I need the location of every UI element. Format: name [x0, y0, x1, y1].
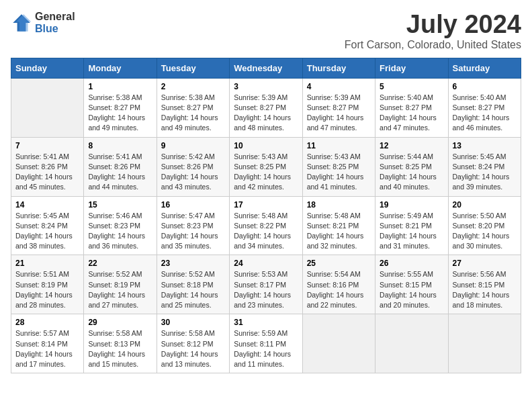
day-number: 16 [161, 200, 225, 210]
day-number: 7 [15, 141, 79, 150]
logo-text: General Blue [35, 11, 75, 34]
day-number: 25 [307, 259, 371, 268]
day-info: Sunrise: 5:46 AM Sunset: 8:23 PM Dayligh… [88, 211, 152, 252]
day-number: 14 [15, 200, 79, 210]
day-number: 8 [88, 141, 152, 150]
calendar-cell: 19Sunrise: 5:49 AM Sunset: 8:21 PM Dayli… [375, 196, 448, 255]
day-info: Sunrise: 5:53 AM Sunset: 8:17 PM Dayligh… [234, 269, 298, 310]
day-info: Sunrise: 5:39 AM Sunset: 8:27 PM Dayligh… [234, 93, 298, 134]
month-title: July 2024 [345, 11, 521, 39]
day-number: 5 [380, 82, 443, 91]
calendar-cell [375, 314, 448, 373]
day-info: Sunrise: 5:41 AM Sunset: 8:26 PM Dayligh… [88, 152, 152, 193]
logo: General Blue [11, 11, 75, 34]
day-number: 4 [307, 82, 371, 91]
day-info: Sunrise: 5:58 AM Sunset: 8:13 PM Dayligh… [88, 328, 152, 369]
calendar-cell: 30Sunrise: 5:58 AM Sunset: 8:12 PM Dayli… [157, 314, 229, 373]
day-info: Sunrise: 5:45 AM Sunset: 8:24 PM Dayligh… [453, 152, 517, 193]
calendar-cell: 27Sunrise: 5:56 AM Sunset: 8:15 PM Dayli… [448, 255, 521, 314]
calendar-cell: 16Sunrise: 5:47 AM Sunset: 8:23 PM Dayli… [157, 196, 229, 255]
calendar-cell: 3Sunrise: 5:39 AM Sunset: 8:27 PM Daylig… [230, 78, 302, 137]
calendar-cell: 15Sunrise: 5:46 AM Sunset: 8:23 PM Dayli… [84, 196, 157, 255]
day-info: Sunrise: 5:38 AM Sunset: 8:27 PM Dayligh… [88, 93, 152, 134]
day-of-week-header: Sunday [11, 58, 84, 78]
day-number: 2 [161, 82, 225, 91]
calendar-cell: 29Sunrise: 5:58 AM Sunset: 8:13 PM Dayli… [84, 314, 157, 373]
day-of-week-header: Tuesday [157, 58, 229, 78]
day-info: Sunrise: 5:55 AM Sunset: 8:15 PM Dayligh… [380, 269, 443, 310]
calendar-cell: 26Sunrise: 5:55 AM Sunset: 8:15 PM Dayli… [375, 255, 448, 314]
logo-general: General [35, 11, 75, 23]
day-info: Sunrise: 5:39 AM Sunset: 8:27 PM Dayligh… [307, 93, 371, 134]
day-number: 21 [15, 259, 79, 268]
day-number: 20 [453, 200, 517, 210]
day-number: 28 [15, 318, 79, 327]
day-number: 29 [88, 318, 152, 327]
calendar-cell: 25Sunrise: 5:54 AM Sunset: 8:16 PM Dayli… [302, 255, 375, 314]
day-info: Sunrise: 5:51 AM Sunset: 8:19 PM Dayligh… [15, 269, 79, 310]
day-info: Sunrise: 5:48 AM Sunset: 8:21 PM Dayligh… [307, 211, 371, 252]
day-of-week-header: Monday [84, 58, 157, 78]
day-info: Sunrise: 5:43 AM Sunset: 8:25 PM Dayligh… [234, 152, 298, 193]
calendar-cell: 24Sunrise: 5:53 AM Sunset: 8:17 PM Dayli… [230, 255, 302, 314]
day-number: 13 [453, 141, 517, 150]
calendar-cell: 9Sunrise: 5:42 AM Sunset: 8:26 PM Daylig… [157, 137, 229, 196]
calendar-cell: 5Sunrise: 5:40 AM Sunset: 8:27 PM Daylig… [375, 78, 448, 137]
day-number: 15 [88, 200, 152, 210]
calendar-cell: 2Sunrise: 5:38 AM Sunset: 8:27 PM Daylig… [157, 78, 229, 137]
day-info: Sunrise: 5:50 AM Sunset: 8:20 PM Dayligh… [453, 211, 517, 252]
day-number: 10 [234, 141, 298, 150]
day-info: Sunrise: 5:40 AM Sunset: 8:27 PM Dayligh… [453, 93, 517, 134]
calendar-table: SundayMondayTuesdayWednesdayThursdayFrid… [11, 58, 521, 373]
day-info: Sunrise: 5:52 AM Sunset: 8:19 PM Dayligh… [88, 269, 152, 310]
day-of-week-header: Friday [375, 58, 448, 78]
calendar-cell: 6Sunrise: 5:40 AM Sunset: 8:27 PM Daylig… [448, 78, 521, 137]
calendar-cell: 1Sunrise: 5:38 AM Sunset: 8:27 PM Daylig… [84, 78, 157, 137]
day-info: Sunrise: 5:41 AM Sunset: 8:26 PM Dayligh… [15, 152, 79, 193]
day-number: 12 [380, 141, 443, 150]
calendar-cell: 20Sunrise: 5:50 AM Sunset: 8:20 PM Dayli… [448, 196, 521, 255]
day-number: 17 [234, 200, 298, 210]
day-info: Sunrise: 5:43 AM Sunset: 8:25 PM Dayligh… [307, 152, 371, 193]
day-info: Sunrise: 5:38 AM Sunset: 8:27 PM Dayligh… [161, 93, 225, 134]
day-info: Sunrise: 5:42 AM Sunset: 8:26 PM Dayligh… [161, 152, 225, 193]
calendar-cell: 31Sunrise: 5:59 AM Sunset: 8:11 PM Dayli… [230, 314, 302, 373]
day-number: 26 [380, 259, 443, 268]
title-block: July 2024 Fort Carson, Colorado, United … [345, 11, 521, 51]
calendar-cell [11, 78, 84, 137]
day-info: Sunrise: 5:52 AM Sunset: 8:18 PM Dayligh… [161, 269, 225, 310]
day-info: Sunrise: 5:48 AM Sunset: 8:22 PM Dayligh… [234, 211, 298, 252]
calendar-cell: 21Sunrise: 5:51 AM Sunset: 8:19 PM Dayli… [11, 255, 84, 314]
day-info: Sunrise: 5:45 AM Sunset: 8:24 PM Dayligh… [15, 211, 79, 252]
day-info: Sunrise: 5:58 AM Sunset: 8:12 PM Dayligh… [161, 328, 225, 369]
day-number: 11 [307, 141, 371, 150]
calendar-cell: 11Sunrise: 5:43 AM Sunset: 8:25 PM Dayli… [302, 137, 375, 196]
day-number: 22 [88, 259, 152, 268]
day-of-week-header: Wednesday [230, 58, 302, 78]
day-number: 18 [307, 200, 371, 210]
calendar-cell: 4Sunrise: 5:39 AM Sunset: 8:27 PM Daylig… [302, 78, 375, 137]
day-number: 3 [234, 82, 298, 91]
day-info: Sunrise: 5:47 AM Sunset: 8:23 PM Dayligh… [161, 211, 225, 252]
calendar-cell: 12Sunrise: 5:44 AM Sunset: 8:25 PM Dayli… [375, 137, 448, 196]
calendar-cell: 28Sunrise: 5:57 AM Sunset: 8:14 PM Dayli… [11, 314, 84, 373]
day-info: Sunrise: 5:54 AM Sunset: 8:16 PM Dayligh… [307, 269, 371, 310]
calendar-cell: 14Sunrise: 5:45 AM Sunset: 8:24 PM Dayli… [11, 196, 84, 255]
calendar-cell: 10Sunrise: 5:43 AM Sunset: 8:25 PM Dayli… [230, 137, 302, 196]
page-header: General Blue July 2024 Fort Carson, Colo… [11, 11, 521, 51]
calendar-cell: 22Sunrise: 5:52 AM Sunset: 8:19 PM Dayli… [84, 255, 157, 314]
calendar-cell: 18Sunrise: 5:48 AM Sunset: 8:21 PM Dayli… [302, 196, 375, 255]
calendar-cell [448, 314, 521, 373]
day-number: 9 [161, 141, 225, 150]
calendar-cell: 13Sunrise: 5:45 AM Sunset: 8:24 PM Dayli… [448, 137, 521, 196]
day-info: Sunrise: 5:49 AM Sunset: 8:21 PM Dayligh… [380, 211, 443, 252]
day-number: 6 [453, 82, 517, 91]
calendar-cell [302, 314, 375, 373]
calendar-cell: 7Sunrise: 5:41 AM Sunset: 8:26 PM Daylig… [11, 137, 84, 196]
location-title: Fort Carson, Colorado, United States [345, 39, 521, 51]
day-number: 19 [380, 200, 443, 210]
day-info: Sunrise: 5:56 AM Sunset: 8:15 PM Dayligh… [453, 269, 517, 310]
logo-icon [11, 12, 32, 34]
calendar-cell: 8Sunrise: 5:41 AM Sunset: 8:26 PM Daylig… [84, 137, 157, 196]
day-info: Sunrise: 5:44 AM Sunset: 8:25 PM Dayligh… [380, 152, 443, 193]
